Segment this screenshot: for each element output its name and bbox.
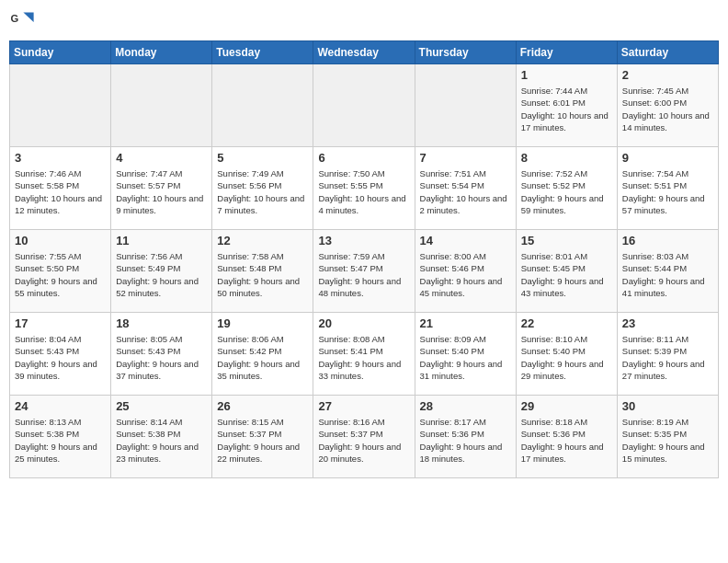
cell-info: Sunrise: 7:56 AM Sunset: 5:49 PM Dayligh… (116, 250, 207, 299)
calendar-cell: 23Sunrise: 8:11 AM Sunset: 5:39 PM Dayli… (617, 313, 718, 396)
day-number: 23 (622, 316, 713, 330)
cell-info: Sunrise: 8:08 AM Sunset: 5:41 PM Dayligh… (318, 333, 409, 382)
day-number: 4 (116, 151, 207, 165)
calendar-cell: 17Sunrise: 8:04 AM Sunset: 5:43 PM Dayli… (10, 313, 111, 396)
cell-info: Sunrise: 8:16 AM Sunset: 5:37 PM Dayligh… (318, 416, 409, 465)
day-number: 28 (420, 399, 511, 413)
page-header: G (9, 9, 719, 35)
calendar-cell: 4Sunrise: 7:47 AM Sunset: 5:57 PM Daylig… (111, 147, 212, 230)
day-number: 6 (318, 151, 409, 165)
calendar-cell: 5Sunrise: 7:49 AM Sunset: 5:56 PM Daylig… (212, 147, 313, 230)
day-number: 11 (116, 234, 207, 247)
cell-info: Sunrise: 7:58 AM Sunset: 5:48 PM Dayligh… (217, 250, 308, 299)
cell-info: Sunrise: 8:05 AM Sunset: 5:43 PM Dayligh… (116, 333, 207, 382)
svg-text:G: G (10, 13, 18, 24)
day-number: 14 (420, 234, 511, 247)
calendar-week-row: 3Sunrise: 7:46 AM Sunset: 5:58 PM Daylig… (10, 147, 719, 230)
cell-info: Sunrise: 7:59 AM Sunset: 5:47 PM Dayligh… (318, 250, 409, 299)
calendar-cell: 20Sunrise: 8:08 AM Sunset: 5:41 PM Dayli… (313, 313, 415, 396)
day-number: 21 (420, 316, 511, 330)
calendar-cell (313, 64, 415, 147)
day-number: 13 (318, 234, 409, 247)
cell-info: Sunrise: 7:47 AM Sunset: 5:57 PM Dayligh… (116, 167, 207, 216)
day-number: 5 (217, 151, 308, 165)
cell-info: Sunrise: 7:44 AM Sunset: 6:01 PM Dayligh… (521, 85, 612, 133)
day-number: 9 (622, 151, 713, 165)
day-number: 27 (318, 399, 409, 413)
day-number: 26 (217, 399, 308, 413)
day-number: 15 (521, 234, 612, 247)
cell-info: Sunrise: 7:54 AM Sunset: 5:51 PM Dayligh… (622, 167, 713, 216)
calendar-body: 1Sunrise: 7:44 AM Sunset: 6:01 PM Daylig… (10, 64, 719, 478)
calendar-cell: 3Sunrise: 7:46 AM Sunset: 5:58 PM Daylig… (10, 147, 111, 230)
day-number: 2 (622, 68, 713, 82)
calendar-cell: 2Sunrise: 7:45 AM Sunset: 6:00 PM Daylig… (617, 64, 718, 147)
day-number: 3 (15, 151, 106, 165)
cell-info: Sunrise: 7:50 AM Sunset: 5:55 PM Dayligh… (318, 167, 409, 216)
day-number: 22 (521, 316, 612, 330)
cell-info: Sunrise: 8:15 AM Sunset: 5:37 PM Dayligh… (217, 416, 308, 465)
calendar-cell: 29Sunrise: 8:18 AM Sunset: 5:36 PM Dayli… (516, 396, 617, 478)
cell-info: Sunrise: 7:46 AM Sunset: 5:58 PM Dayligh… (15, 167, 106, 216)
calendar-cell: 25Sunrise: 8:14 AM Sunset: 5:38 PM Dayli… (111, 396, 212, 478)
day-number: 8 (521, 151, 612, 165)
day-number: 24 (15, 399, 106, 413)
cell-info: Sunrise: 8:06 AM Sunset: 5:42 PM Dayligh… (217, 333, 308, 382)
calendar-cell: 24Sunrise: 8:13 AM Sunset: 5:38 PM Dayli… (10, 396, 111, 478)
calendar-cell: 18Sunrise: 8:05 AM Sunset: 5:43 PM Dayli… (111, 313, 212, 396)
calendar-cell: 13Sunrise: 7:59 AM Sunset: 5:47 PM Dayli… (313, 230, 415, 313)
calendar-week-row: 10Sunrise: 7:55 AM Sunset: 5:50 PM Dayli… (10, 230, 719, 313)
cell-info: Sunrise: 7:55 AM Sunset: 5:50 PM Dayligh… (15, 250, 106, 299)
cell-info: Sunrise: 8:17 AM Sunset: 5:36 PM Dayligh… (420, 416, 511, 465)
cell-info: Sunrise: 8:18 AM Sunset: 5:36 PM Dayligh… (521, 416, 612, 465)
calendar-cell: 22Sunrise: 8:10 AM Sunset: 5:40 PM Dayli… (516, 313, 617, 396)
calendar-cell: 30Sunrise: 8:19 AM Sunset: 5:35 PM Dayli… (617, 396, 718, 478)
calendar-header: SundayMondayTuesdayWednesdayThursdayFrid… (10, 41, 719, 64)
day-number: 25 (116, 399, 207, 413)
cell-info: Sunrise: 8:11 AM Sunset: 5:39 PM Dayligh… (622, 333, 713, 382)
calendar-cell: 16Sunrise: 8:03 AM Sunset: 5:44 PM Dayli… (617, 230, 718, 313)
day-number: 29 (521, 399, 612, 413)
cell-info: Sunrise: 8:01 AM Sunset: 5:45 PM Dayligh… (521, 250, 612, 299)
calendar-cell: 26Sunrise: 8:15 AM Sunset: 5:37 PM Dayli… (212, 396, 313, 478)
calendar-cell: 28Sunrise: 8:17 AM Sunset: 5:36 PM Dayli… (415, 396, 516, 478)
logo: G (9, 9, 37, 35)
calendar-cell: 7Sunrise: 7:51 AM Sunset: 5:54 PM Daylig… (415, 147, 516, 230)
calendar-cell (212, 64, 313, 147)
calendar-cell: 27Sunrise: 8:16 AM Sunset: 5:37 PM Dayli… (313, 396, 415, 478)
cell-info: Sunrise: 7:52 AM Sunset: 5:52 PM Dayligh… (521, 167, 612, 216)
calendar-cell (10, 64, 111, 147)
logo-icon: G (9, 9, 35, 35)
day-number: 20 (318, 316, 409, 330)
calendar-cell: 8Sunrise: 7:52 AM Sunset: 5:52 PM Daylig… (516, 147, 617, 230)
cell-info: Sunrise: 8:14 AM Sunset: 5:38 PM Dayligh… (116, 416, 207, 465)
calendar-cell (111, 64, 212, 147)
calendar-cell: 6Sunrise: 7:50 AM Sunset: 5:55 PM Daylig… (313, 147, 415, 230)
day-number: 30 (622, 399, 713, 413)
weekday-row: SundayMondayTuesdayWednesdayThursdayFrid… (10, 41, 719, 64)
weekday-header: Thursday (415, 41, 516, 64)
weekday-header: Saturday (617, 41, 718, 64)
day-number: 18 (116, 316, 207, 330)
calendar-week-row: 1Sunrise: 7:44 AM Sunset: 6:01 PM Daylig… (10, 64, 719, 147)
calendar-cell: 14Sunrise: 8:00 AM Sunset: 5:46 PM Dayli… (415, 230, 516, 313)
cell-info: Sunrise: 7:49 AM Sunset: 5:56 PM Dayligh… (217, 167, 308, 216)
day-number: 17 (15, 316, 106, 330)
calendar-cell: 12Sunrise: 7:58 AM Sunset: 5:48 PM Dayli… (212, 230, 313, 313)
cell-info: Sunrise: 8:09 AM Sunset: 5:40 PM Dayligh… (420, 333, 511, 382)
calendar-cell: 15Sunrise: 8:01 AM Sunset: 5:45 PM Dayli… (516, 230, 617, 313)
calendar-week-row: 17Sunrise: 8:04 AM Sunset: 5:43 PM Dayli… (10, 313, 719, 396)
cell-info: Sunrise: 8:19 AM Sunset: 5:35 PM Dayligh… (622, 416, 713, 465)
cell-info: Sunrise: 8:03 AM Sunset: 5:44 PM Dayligh… (622, 250, 713, 299)
day-number: 1 (521, 68, 612, 82)
calendar-cell: 9Sunrise: 7:54 AM Sunset: 5:51 PM Daylig… (617, 147, 718, 230)
calendar-table: SundayMondayTuesdayWednesdayThursdayFrid… (9, 40, 719, 478)
calendar-cell: 11Sunrise: 7:56 AM Sunset: 5:49 PM Dayli… (111, 230, 212, 313)
weekday-header: Wednesday (313, 41, 415, 64)
calendar-cell: 1Sunrise: 7:44 AM Sunset: 6:01 PM Daylig… (516, 64, 617, 147)
day-number: 7 (420, 151, 511, 165)
weekday-header: Tuesday (212, 41, 313, 64)
day-number: 10 (15, 234, 106, 247)
calendar-cell (415, 64, 516, 147)
cell-info: Sunrise: 7:51 AM Sunset: 5:54 PM Dayligh… (420, 167, 511, 216)
